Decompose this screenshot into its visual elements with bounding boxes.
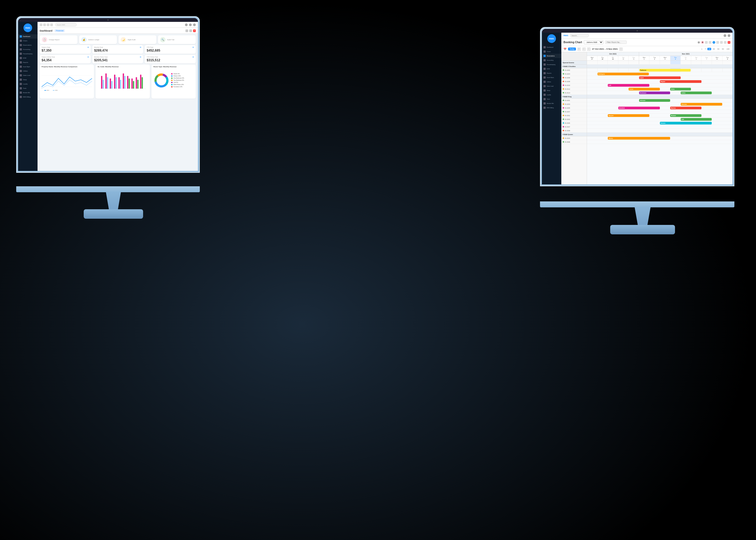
sidebar2-item-sales[interactable]: Sales Lead xyxy=(542,84,561,88)
booking-veerawa[interactable]: Veerawa xyxy=(681,103,722,105)
audit-trail-card[interactable]: 🔍 Audit Trail xyxy=(158,35,196,44)
sidebar2-item-reservations[interactable]: Reservations xyxy=(542,54,561,58)
booking-hendrick[interactable]: Hendrick xyxy=(618,107,660,109)
sidebar-item-housekeeping[interactable]: Housekeeping xyxy=(18,52,38,56)
expand-icon3[interactable]: ⊞ xyxy=(192,47,194,48)
target-icon[interactable]: ◎ xyxy=(697,41,700,44)
expand-icon[interactable]: ⊞ xyxy=(87,47,89,48)
settings-icon[interactable] xyxy=(186,30,188,32)
row-b1001[interactable]: Johnson xyxy=(587,98,732,102)
booking-spivey[interactable]: Spivey xyxy=(608,137,670,140)
booking-bhulani[interactable]: Bhulani xyxy=(670,114,701,117)
sidebar2-item-asset[interactable]: Asset Maint. xyxy=(542,75,561,80)
sidebar-item-module[interactable]: Module Mkt xyxy=(18,90,38,95)
sidebar-item-utilities[interactable]: Utilities xyxy=(18,69,38,73)
row-b1004[interactable]: Rodriguez xyxy=(587,72,732,76)
sidebar2-item-module[interactable]: Module Mkt xyxy=(542,101,561,105)
topbar-search[interactable]: Search RMS xyxy=(55,23,77,27)
sidebar2-item-dashboard[interactable]: Dashboard xyxy=(542,45,561,50)
bell-icon[interactable] xyxy=(189,24,192,26)
booking-lopez[interactable]: Lopez xyxy=(639,76,681,79)
room-filter-input[interactable] xyxy=(605,41,627,44)
sidebar-item-dashboard[interactable]: Dashboard xyxy=(18,34,38,39)
booking-barrios[interactable]: Barrios xyxy=(670,107,701,109)
booking-loft[interactable]: Loft xyxy=(608,84,649,87)
range-90[interactable]: 90 xyxy=(721,48,725,50)
booking-nguyen[interactable]: Nguyen xyxy=(608,114,649,117)
row-b1007[interactable] xyxy=(587,110,732,114)
close2-icon[interactable]: × xyxy=(728,41,730,44)
sidebar2-item-billing[interactable]: RMS Billing xyxy=(542,105,561,110)
row-b1512[interactable]: Carter Heinz xyxy=(587,87,732,91)
sidebar2-item-charts[interactable]: Charts xyxy=(542,50,561,54)
columns-icon[interactable] xyxy=(716,41,719,44)
today-button[interactable]: Today xyxy=(568,48,576,51)
charge-report-card[interactable]: 📋 Charge Report xyxy=(40,35,77,44)
settings3-icon[interactable] xyxy=(709,41,711,44)
booking-heinz[interactable]: Heinz xyxy=(670,88,691,90)
range-60[interactable]: 60 xyxy=(716,48,720,50)
sidebar2-item-loyalty[interactable]: Loyalty xyxy=(542,93,561,97)
booking-samara[interactable]: Samara xyxy=(660,122,712,124)
sidebar-item-sales[interactable]: Sales Lead xyxy=(18,73,38,77)
sidebar-item-accounting[interactable]: Accounting xyxy=(18,47,38,52)
sidebar-item-charts[interactable]: Charts xyxy=(18,39,38,43)
night-audit-card[interactable]: 🌙 Night Audit xyxy=(119,35,156,44)
range-14[interactable]: 14 xyxy=(707,48,711,50)
row-b1008[interactable]: Regner xyxy=(587,80,732,83)
sidebar-item-reservations[interactable]: Reservations xyxy=(18,43,38,47)
row-b1010[interactable]: Loft xyxy=(587,83,732,87)
sidebar2-item-utilities[interactable]: Utilities xyxy=(542,80,561,84)
row-b1504[interactable]: Spivey xyxy=(587,136,732,140)
sidebar-item-edm[interactable]: EDM xyxy=(18,56,38,60)
prev-button[interactable]: ‹ xyxy=(587,48,590,51)
range-30[interactable]: 30 xyxy=(712,48,716,50)
booking-johnson[interactable]: Johnson xyxy=(639,99,671,102)
sidebar-item-setup[interactable]: Setup xyxy=(18,77,38,82)
row-b1002[interactable]: Teahouse xyxy=(587,68,732,72)
row-b1006[interactable]: Lopez xyxy=(587,76,732,80)
range-1[interactable]: 1 xyxy=(700,48,703,50)
expand-icon5[interactable]: ⊞ xyxy=(140,56,141,58)
sidebar-item-billing[interactable]: RMS Billing xyxy=(18,95,38,99)
range-180[interactable]: 180 xyxy=(725,48,730,50)
row-b1509[interactable] xyxy=(587,129,732,133)
range-7[interactable]: 7 xyxy=(704,48,706,50)
sidebar2-item-setup[interactable]: Setup xyxy=(542,88,561,93)
sidebar-item-asset[interactable]: Asset Mgmt xyxy=(18,65,38,69)
booking-gell[interactable]: Gell xyxy=(681,118,712,121)
tab-financial[interactable]: Financial xyxy=(55,29,65,32)
row-b1005[interactable]: Hendrick Barrios xyxy=(587,106,732,110)
heart-icon[interactable]: ♥ xyxy=(701,41,704,44)
row-b1501[interactable]: Nguyen Bhulani xyxy=(587,114,732,117)
expand-icon2[interactable]: ⊞ xyxy=(140,47,141,48)
user-icon[interactable] xyxy=(193,24,196,26)
topbar-search2[interactable] xyxy=(570,34,589,37)
sidebar2-item-housekeeping[interactable]: Housekeeping xyxy=(542,63,561,67)
sidebar2-item-edm[interactable]: EDM xyxy=(542,67,561,71)
refresh2-icon[interactable] xyxy=(724,41,726,44)
row-b1003[interactable]: Veerawa xyxy=(587,102,732,106)
filter-icon[interactable] xyxy=(705,41,708,44)
debtors-ledger-card[interactable]: 💰 Debtors Ledger xyxy=(79,35,117,44)
row-b1506[interactable] xyxy=(587,140,732,144)
row-b1514[interactable]: Dominoes Cullen xyxy=(587,91,732,95)
booking-teahouse[interactable]: Teahouse xyxy=(639,69,691,71)
property-dropdown[interactable]: Jablons B&B xyxy=(584,40,603,44)
sidebar2-item-accounting[interactable]: Accounting xyxy=(542,58,561,63)
close-icon[interactable]: × xyxy=(193,30,196,32)
booking-dominoes[interactable]: Dominoes xyxy=(639,91,671,94)
sidebar-item-loyalty[interactable]: Loyalty xyxy=(18,82,38,86)
row-b1502[interactable]: Gell xyxy=(587,117,732,121)
refresh-icon[interactable] xyxy=(189,30,192,32)
minus-button[interactable]: − xyxy=(582,48,586,51)
sidebar-item-reports[interactable]: Reports xyxy=(18,60,38,65)
booking-carter[interactable]: Carter xyxy=(629,88,660,90)
expand-icon4[interactable]: ⊞ xyxy=(87,56,89,58)
plus-button[interactable]: + xyxy=(577,48,581,51)
booking-regner[interactable]: Regner xyxy=(660,80,701,83)
user2-icon[interactable] xyxy=(728,34,730,37)
expand-icon6[interactable]: ⊞ xyxy=(192,56,194,58)
row-b1505[interactable]: Samara xyxy=(587,121,732,125)
next-button[interactable]: › xyxy=(619,48,623,51)
